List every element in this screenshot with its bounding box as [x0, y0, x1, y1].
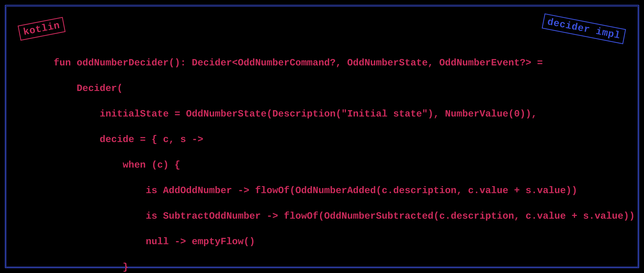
code-line: is AddOddNumber -> flowOf(OddNumberAdded…	[54, 184, 635, 197]
code-line: is SubtractOddNumber -> flowOf(OddNumber…	[54, 210, 635, 222]
code-line: }	[54, 261, 635, 273]
code-line: fun oddNumberDecider(): Decider<OddNumbe…	[54, 57, 635, 69]
code-line: Decider(	[54, 82, 635, 95]
code-line: initialState = OddNumberState(Descriptio…	[54, 108, 635, 120]
code-line: decide = { c, s ->	[54, 133, 635, 146]
code-snippet: fun oddNumberDecider(): Decider<OddNumbe…	[54, 44, 635, 273]
code-line: null -> emptyFlow()	[54, 235, 635, 248]
code-line: when (c) {	[54, 159, 635, 171]
